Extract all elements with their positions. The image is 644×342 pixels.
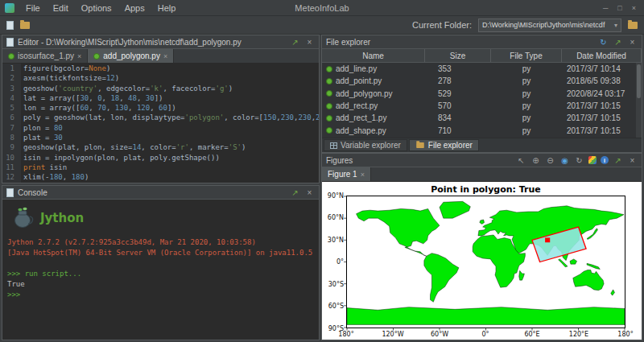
table-row[interactable]: add_polygon.py 529 py 2020/8/24 03:17 xyxy=(322,88,642,100)
line-number: 12 xyxy=(2,172,18,182)
close-panel-icon[interactable]: × xyxy=(627,37,638,47)
tab-close-icon[interactable]: × xyxy=(77,52,81,60)
console-title: Console xyxy=(18,188,47,197)
tab-variable-explorer[interactable]: Variable explorer xyxy=(324,139,407,151)
tab-close-icon[interactable]: × xyxy=(163,52,167,60)
menu-edit[interactable]: Edit xyxy=(47,0,75,16)
float-panel-icon[interactable]: ↗ xyxy=(290,37,300,47)
zoom-out-icon[interactable]: ⊖ xyxy=(545,155,555,166)
folder-icon xyxy=(416,142,424,148)
file-modified: 2017/3/7 10:15 xyxy=(562,100,642,112)
console-titlebar: Console ↗ × xyxy=(2,186,319,200)
tab-figure-1[interactable]: Figure 1 × xyxy=(322,167,371,181)
file-size: 834 xyxy=(425,112,491,124)
table-row[interactable]: add_point.py 278 py 2018/6/5 09:38 xyxy=(322,75,642,87)
menu-apps[interactable]: Apps xyxy=(118,0,151,16)
file-list: add_line.py 353 py 2017/3/7 10:14 add_po… xyxy=(322,63,642,138)
menu-help[interactable]: Help xyxy=(151,0,183,16)
plot-title: Point in polygon: True xyxy=(346,184,625,195)
world-landmasses xyxy=(347,201,625,324)
code-line: 6poly = geoshow(lat, lon, displaytype='p… xyxy=(2,113,319,122)
code-line: 11print isin xyxy=(2,163,319,172)
column-header-filetype[interactable]: File Type xyxy=(491,49,562,62)
tab-add-polygon[interactable]: add_polygon.py × xyxy=(88,49,174,63)
current-folder-path: D:\Working\MIScript\Jython\mis\netcdf xyxy=(482,21,612,29)
figures-tab-bar: Figure 1 × xyxy=(322,167,642,182)
close-panel-icon[interactable]: × xyxy=(304,37,315,47)
close-panel-icon[interactable]: × xyxy=(627,155,638,166)
python-file-icon xyxy=(326,127,332,134)
column-header-size[interactable]: Size xyxy=(425,49,491,62)
line-number: 1 xyxy=(2,64,18,73)
table-row[interactable]: add_rect_1.py 834 py 2017/3/7 10:15 xyxy=(322,112,642,124)
browse-folder-button[interactable] xyxy=(628,22,638,29)
close-button[interactable]: × xyxy=(632,4,636,12)
ytick-label: 60°S xyxy=(322,303,344,310)
scrollbar-thumb[interactable] xyxy=(637,64,641,98)
palette-icon[interactable] xyxy=(588,156,597,164)
xtick-label: 120°W xyxy=(382,331,403,338)
editor-tab-bar: isosurface_1.py × add_polygon.py × xyxy=(2,49,319,64)
console-prompt[interactable]: >>> xyxy=(7,290,314,300)
code-editor[interactable]: 1figure(bgcolor=None) 2axesm(tickfontsiz… xyxy=(2,64,319,183)
tab-isosurface-1[interactable]: isosurface_1.py × xyxy=(2,49,88,63)
select-cursor-icon[interactable]: ↖ xyxy=(516,155,526,166)
column-header-datemodified[interactable]: Date Modified xyxy=(562,49,642,62)
xtick-label: 180° xyxy=(617,331,633,338)
info-icon[interactable]: i xyxy=(601,156,609,164)
scrollbar[interactable] xyxy=(636,63,642,138)
float-panel-icon[interactable]: ↗ xyxy=(290,187,300,198)
current-folder-label: Current Folder: xyxy=(412,20,472,30)
python-file-icon xyxy=(326,90,332,97)
file-explorer-panel: File explorer ↻ ↗ × Name Size File Type … xyxy=(321,35,642,153)
float-panel-icon[interactable]: ↗ xyxy=(613,37,623,47)
maximize-button[interactable]: □ xyxy=(617,4,621,12)
code-line: 1figure(bgcolor=None) xyxy=(2,64,319,73)
file-name: add_shape.py xyxy=(336,126,386,135)
file-size: 278 xyxy=(425,75,491,87)
line-number: 8 xyxy=(2,133,18,142)
file-name: add_line.py xyxy=(336,64,377,73)
console-output[interactable]: Jython Jython 2.7.2 (v2.7.2:925a3cc3b49d… xyxy=(2,200,319,304)
point-marker xyxy=(545,237,550,242)
line-number: 6 xyxy=(2,113,18,122)
rotate-icon[interactable]: ↻ xyxy=(574,155,584,166)
xtick-label: 180° xyxy=(338,331,353,338)
new-script-icon[interactable] xyxy=(6,21,14,30)
file-type: py xyxy=(491,88,562,100)
ytick-label: 90°N xyxy=(322,192,344,200)
tab-close-icon[interactable]: × xyxy=(361,171,365,179)
ytick-label: 30°S xyxy=(322,281,344,288)
tab-file-explorer[interactable]: File explorer xyxy=(409,139,479,151)
console-line: >>> run script... xyxy=(7,269,314,279)
file-size: 353 xyxy=(425,63,491,75)
code-line: 3geoshow('country', edgecolor='k', facec… xyxy=(2,84,319,93)
open-file-icon[interactable] xyxy=(20,22,30,29)
menu-options[interactable]: Options xyxy=(75,0,118,16)
refresh-icon[interactable]: ↻ xyxy=(598,37,609,47)
map-plot[interactable] xyxy=(346,196,625,328)
figure-canvas[interactable]: Point in polygon: True xyxy=(322,182,642,340)
file-type: py xyxy=(491,63,562,75)
full-extent-icon[interactable]: ◉ xyxy=(559,155,570,166)
app-logo-icon xyxy=(5,3,14,13)
zoom-in-icon[interactable]: ⊕ xyxy=(530,155,541,166)
console-line: True xyxy=(7,279,314,290)
python-file-icon xyxy=(326,66,332,72)
file-explorer-title: File explorer xyxy=(326,38,370,47)
table-row[interactable]: add_line.py 353 py 2017/3/7 10:14 xyxy=(322,63,642,75)
float-panel-icon[interactable]: ↗ xyxy=(613,155,623,166)
menu-file[interactable]: File xyxy=(19,0,47,16)
close-panel-icon[interactable]: × xyxy=(304,187,315,198)
ytick-label: 30°N xyxy=(322,237,344,244)
code-line: 7plon = 80 xyxy=(2,123,319,133)
table-row[interactable]: add_rect.py 570 py 2017/3/7 10:15 xyxy=(322,100,642,112)
current-folder-combobox[interactable]: D:\Working\MIScript\Jython\mis\netcdf ▾ xyxy=(478,19,621,32)
table-row[interactable]: add_shape.py 710 py 2017/3/7 10:15 xyxy=(322,124,642,136)
chevron-down-icon[interactable]: ▾ xyxy=(614,22,617,29)
column-header-name[interactable]: Name xyxy=(322,49,425,62)
code-line: 4lat = array([30, 0, 18, 48, 30]) xyxy=(2,93,319,103)
code-line: 8plat = 30 xyxy=(2,133,319,142)
code-line: 9geoshow(plat, plon, size=14, color='r',… xyxy=(2,142,319,152)
minimize-button[interactable]: ─ xyxy=(603,4,608,12)
